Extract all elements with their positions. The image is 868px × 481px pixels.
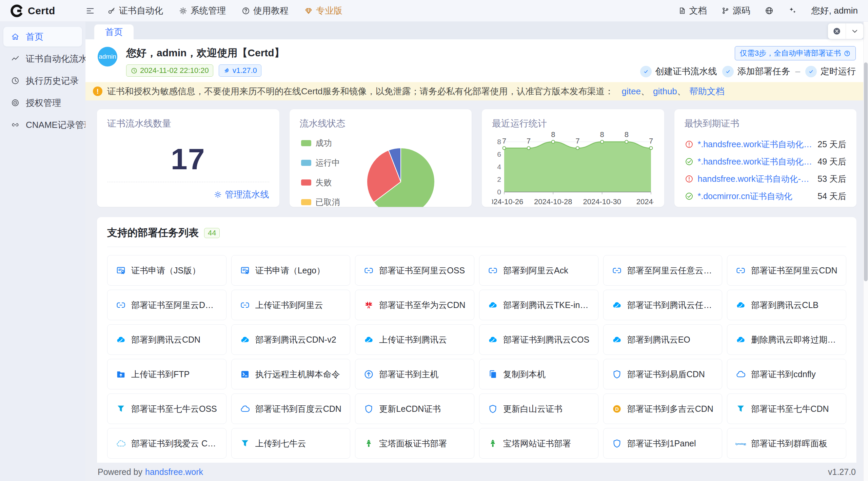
svg-text:2024-10-26: 2024-10-26 <box>492 197 523 206</box>
cert-link[interactable]: *.docmirror.cn证书自动化 <box>698 191 814 202</box>
doc-icon <box>678 6 686 15</box>
chevron-down-icon[interactable] <box>846 23 863 39</box>
menu-collapse-icon[interactable] <box>85 6 95 16</box>
task-card[interactable]: 执行远程主机脚本命令 <box>231 359 351 389</box>
sidebar-item-pipelines[interactable]: 证书自动化流水线 <box>3 49 82 69</box>
task-card[interactable]: 证书申请（JS版） <box>107 255 226 286</box>
task-card[interactable]: 证书申请（Lego） <box>231 255 351 286</box>
sidebar-item-auth[interactable]: 授权管理 <box>3 93 82 113</box>
scrollbar-thumb[interactable] <box>864 62 868 281</box>
days-remaining: 53 天后 <box>817 173 846 185</box>
task-card[interactable]: 部署证书到1Panel <box>603 428 723 459</box>
user-greeting[interactable]: 您好, admin <box>811 5 858 17</box>
task-card[interactable]: 部署证书至阿里云DCDN <box>107 290 226 320</box>
task-card[interactable]: 部署证书到cdnfly <box>727 359 846 389</box>
task-card[interactable]: 部署证书至阿里云CDN <box>727 255 846 286</box>
globe-icon[interactable] <box>765 6 774 15</box>
step-3[interactable]: 定时运行 <box>805 65 856 77</box>
step-dash: – <box>795 66 800 77</box>
gear-icon <box>214 190 222 199</box>
expiry-row: *.docmirror.cn证书自动化54 天后 <box>685 189 847 204</box>
aliyun-icon <box>116 300 126 310</box>
tencent-cloud-icon <box>240 334 250 345</box>
sparkles-icon[interactable] <box>788 6 797 15</box>
status-ok-icon <box>685 157 694 166</box>
task-card[interactable]: 部署至阿里云任意云资源 <box>603 255 723 286</box>
nav-link-docs[interactable]: 文档 <box>678 5 707 17</box>
task-card[interactable]: 上传到七牛云 <box>231 428 351 459</box>
pipeline-status-card: 流水线状态 成功运行中失败已取消未执行 <box>290 109 472 207</box>
status-pie-chart <box>364 145 437 207</box>
pie-legend: 成功运行中失败已取消未执行 <box>301 138 340 207</box>
legend-item[interactable]: 失败 <box>301 177 340 188</box>
task-card[interactable]: 部署到腾讯云CDN-v2 <box>231 324 351 355</box>
task-card[interactable]: 部署证书至华为云CDN <box>355 290 474 320</box>
aliyun-icon <box>240 300 250 310</box>
version-badge: v1.27.0 <box>219 64 261 77</box>
notice-link-帮助文档[interactable]: 帮助文档 <box>689 86 725 96</box>
task-card[interactable]: 部署证书到我爱云 CDN <box>107 428 226 459</box>
huawei-icon <box>363 300 374 310</box>
task-card[interactable]: 部署到腾讯云CDN <box>107 324 226 355</box>
guide-badge[interactable]: 仅需3步，全自动申请部署证书 <box>735 46 856 60</box>
task-card[interactable]: Synology部署证书到群晖面板 <box>727 428 846 459</box>
key-icon <box>107 6 116 15</box>
legend-item[interactable]: 运行中 <box>301 157 340 168</box>
sidebar-item-home[interactable]: 首页 <box>3 27 82 46</box>
task-card[interactable]: 部署到腾讯云CLB <box>727 290 846 320</box>
task-card[interactable]: 复制到本机 <box>479 359 598 389</box>
task-card[interactable]: 宝塔面板证书部署 <box>355 428 474 459</box>
separator: 、 <box>677 86 686 96</box>
task-card[interactable]: 部署到腾讯云EO <box>603 324 723 355</box>
task-card[interactable]: 部署到腾讯云TKE-ingress <box>479 290 598 320</box>
task-card[interactable]: 部署到阿里云Ack <box>479 255 598 286</box>
tab-home[interactable]: 首页 <box>94 24 134 39</box>
nav-item-tutorial[interactable]: 使用教程 <box>241 5 289 17</box>
cname-icon <box>11 120 20 129</box>
manage-pipelines-link[interactable]: 管理流水线 <box>214 189 269 200</box>
notice-link-gitee[interactable]: gitee <box>622 86 641 96</box>
tencent-cloud-icon <box>735 334 746 345</box>
task-card[interactable]: 上传证书到腾讯云 <box>355 324 474 355</box>
svg-text:7: 7 <box>649 137 653 145</box>
sidebar-item-history[interactable]: 执行历史记录 <box>3 71 82 91</box>
step-1[interactable]: 创建证书流水线 <box>640 65 717 77</box>
notice-link-github[interactable]: github <box>653 86 677 96</box>
card-title: 证书流水线数量 <box>107 117 269 130</box>
task-card[interactable]: 部署证书至阿里云OSS <box>355 255 474 286</box>
task-card[interactable]: D部署证书到多吉云CDN <box>603 393 723 424</box>
task-card[interactable]: 更新LeCDN证书 <box>355 393 474 424</box>
tencent-cloud-icon <box>363 334 374 345</box>
cert-link[interactable]: *.handsfree.work证书自动化--zerossl <box>698 156 814 167</box>
cert-link[interactable]: handsfree.work证书自动化-zerossl <box>698 173 814 185</box>
svg-text:4: 4 <box>497 163 501 171</box>
task-card[interactable]: 上传证书到阿里云 <box>231 290 351 320</box>
nav-link-source-code[interactable]: 源码 <box>721 5 750 17</box>
task-card[interactable]: 部署证书到百度云CDN <box>231 393 351 424</box>
sidebar-item-cname[interactable]: CNAME记录管理 <box>3 115 82 135</box>
nav-item-pro-version[interactable]: 专业版 <box>304 5 342 17</box>
task-card[interactable]: 部署证书到主机 <box>355 359 474 389</box>
task-card[interactable]: 上传证书到FTP <box>107 359 226 389</box>
question-circle-icon <box>844 50 851 57</box>
handsfree-link[interactable]: handsfree.work <box>145 467 203 477</box>
nav-item-cert-automation[interactable]: 证书自动化 <box>107 5 163 17</box>
step-2[interactable]: 添加部署任务 <box>722 65 790 77</box>
task-card[interactable]: 部署证书到腾讯云COS <box>479 324 598 355</box>
task-card[interactable]: 删除腾讯云即将过期证书 <box>727 324 846 355</box>
scrollbar-track[interactable] <box>863 22 868 481</box>
task-card[interactable]: 部署证书至七牛云OSS <box>107 393 226 424</box>
question-icon <box>241 6 250 15</box>
task-card[interactable]: 宝塔网站证书部署 <box>479 428 598 459</box>
task-card[interactable]: 部署证书到易盾CDN <box>603 359 723 389</box>
close-tab-icon[interactable] <box>828 23 846 39</box>
legend-swatch <box>301 179 311 186</box>
copy-icon <box>488 369 498 380</box>
nav-item-system-manage[interactable]: 系统管理 <box>179 5 226 17</box>
cert-link[interactable]: *.handsfree.work证书自动化-lego <box>698 139 814 150</box>
task-card[interactable]: 部署证书到腾讯云任意云资源 <box>603 290 723 320</box>
legend-item[interactable]: 已取消 <box>301 197 340 207</box>
task-card[interactable]: 更新白山云证书 <box>479 393 598 424</box>
task-card[interactable]: 部署证书至七牛CDN <box>727 393 846 424</box>
legend-item[interactable]: 成功 <box>301 138 340 149</box>
